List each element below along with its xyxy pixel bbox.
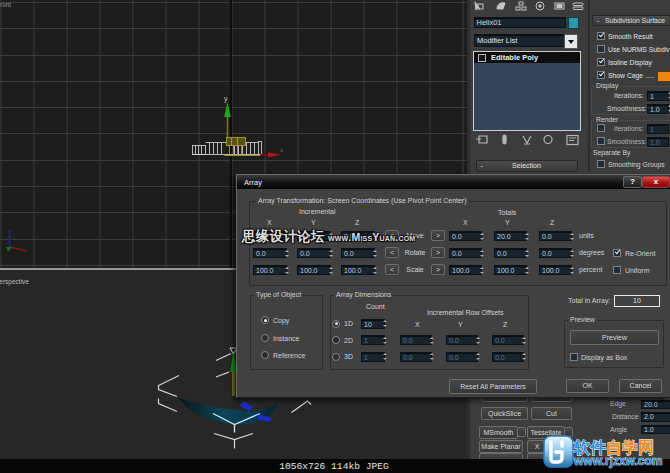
svg-text:www.rjzxw.com: www.rjzxw.com [573, 454, 662, 468]
svg-text:x: x [280, 147, 283, 153]
svg-text:y: y [224, 95, 228, 103]
